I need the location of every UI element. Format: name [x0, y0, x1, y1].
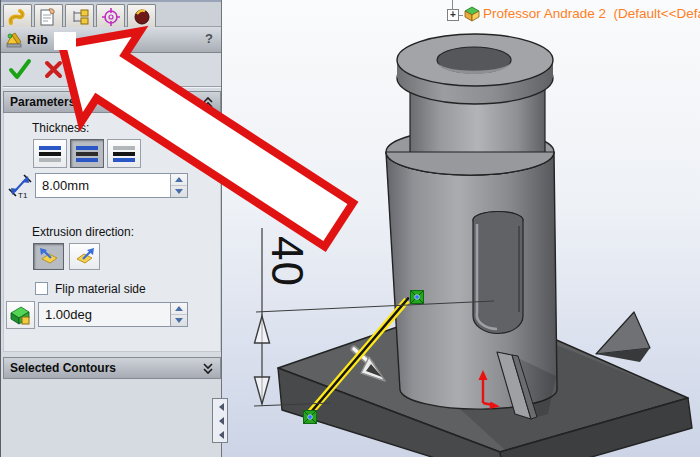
action-bar [1, 53, 221, 85]
tree-expand-button[interactable]: + [447, 9, 459, 21]
splitter-arrow-icon [219, 403, 224, 411]
thickness-t1-icon: T1 [7, 171, 34, 199]
spin-up-button[interactable] [171, 174, 187, 186]
splitter-arrow-icon [219, 417, 224, 425]
feature-title: Rib [27, 32, 48, 47]
splitter-arrow-icon [219, 431, 224, 439]
draft-angle-input[interactable] [45, 307, 155, 322]
thickness-both-sides-button[interactable] [70, 139, 104, 168]
spin-up-button[interactable] [171, 303, 187, 315]
thickness-spinner [170, 174, 187, 197]
dimxpert-target-icon [100, 7, 122, 27]
part-icon [463, 4, 482, 23]
feature-tree-root-label[interactable]: Professor Andrade 2 (Default<<Default>_P… [483, 6, 700, 21]
selected-contours-header[interactable]: Selected Contours [3, 357, 221, 379]
flip-material-checkbox[interactable] [35, 282, 48, 295]
rib-feature-icon [6, 31, 23, 48]
solidworks-window: 40 + Professor Andrade 2 (Default<<Defau… [0, 0, 700, 457]
normal-to-sketch-icon [74, 247, 96, 266]
draft-spinner [170, 303, 187, 326]
second-side-icon [113, 146, 135, 162]
property-manager-icon [38, 7, 60, 27]
both-sides-icon [76, 146, 98, 162]
display-manager-icon [131, 7, 153, 27]
tab-features[interactable] [3, 4, 32, 28]
thickness-input[interactable] [42, 178, 152, 193]
tab-property-manager[interactable] [34, 4, 63, 28]
extrusion-direction-label: Extrusion direction: [32, 225, 134, 239]
draft-angle-field[interactable] [38, 302, 188, 327]
first-side-icon [39, 146, 61, 162]
parameters-group-body: Thickness: T1 [3, 113, 221, 352]
spin-down-button[interactable] [171, 315, 187, 326]
ok-button[interactable] [7, 56, 33, 82]
draft-icon [9, 305, 32, 326]
expand-chevron-icon [202, 363, 214, 375]
collapse-chevron-icon [202, 97, 214, 109]
thickness-first-side-button[interactable] [33, 139, 67, 168]
parameters-group-label: Parameters [10, 95, 75, 109]
svg-text:T1: T1 [18, 191, 28, 199]
tab-display-manager[interactable] [127, 4, 156, 28]
cylinder-slot [473, 212, 523, 334]
panel-tab-bar [1, 0, 221, 27]
help-button[interactable]: ? [205, 31, 213, 46]
divider [3, 86, 221, 88]
preview-glasses-button[interactable] [77, 56, 107, 82]
features-tool-icon [7, 7, 29, 27]
title-edit-caret [54, 32, 76, 50]
top-flange [397, 34, 553, 104]
parameters-group-header[interactable]: Parameters [3, 91, 221, 113]
property-manager-panel: Rib ? Parameters [0, 0, 222, 457]
panel-splitter-handle[interactable] [212, 398, 228, 443]
parallel-to-sketch-icon [38, 247, 60, 266]
sketch-point-marker [411, 291, 424, 304]
dimension-text[interactable]: 40 [263, 236, 312, 287]
spin-down-button[interactable] [171, 186, 187, 197]
feature-tree-flyout: + Professor Andrade 2 (Default<<Default>… [222, 0, 700, 28]
base-gusset [596, 312, 650, 354]
draft-on-off-button[interactable] [6, 301, 35, 329]
extrusion-parallel-button[interactable] [33, 243, 64, 270]
cancel-button[interactable] [43, 56, 65, 82]
thickness-second-side-button[interactable] [107, 139, 141, 168]
extrusion-normal-button[interactable] [69, 243, 100, 270]
configuration-manager-icon [69, 7, 91, 27]
tab-dimxpert[interactable] [96, 4, 125, 28]
feature-title-bar: Rib ? [1, 27, 221, 53]
sketch-point-marker [304, 411, 317, 424]
selected-contours-label: Selected Contours [10, 361, 116, 375]
tab-configurations[interactable] [65, 4, 94, 28]
flip-material-label: Flip material side [55, 282, 146, 296]
thickness-label: Thickness: [32, 121, 89, 135]
thickness-value-field[interactable] [35, 173, 188, 198]
